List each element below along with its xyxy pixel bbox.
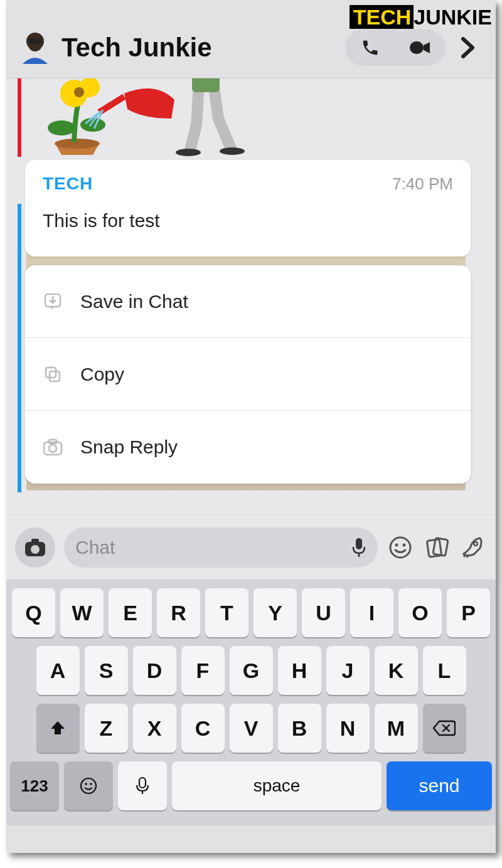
- rocket-icon: [461, 536, 485, 559]
- svg-point-20: [31, 545, 40, 554]
- svg-rect-2: [410, 41, 424, 54]
- chat-input[interactable]: Chat: [64, 527, 378, 568]
- key-g[interactable]: G: [230, 646, 273, 695]
- blue-thread-bar: [18, 204, 21, 492]
- backspace-icon: [433, 720, 456, 736]
- key-u[interactable]: U: [302, 588, 345, 637]
- mic-icon[interactable]: [351, 537, 366, 558]
- camera-button[interactable]: [15, 527, 55, 568]
- copy-icon: [40, 365, 65, 384]
- svg-rect-14: [50, 371, 60, 381]
- smiley-icon: [388, 536, 412, 559]
- key-h[interactable]: H: [278, 646, 321, 695]
- svg-point-7: [48, 120, 75, 135]
- context-menu: Save in Chat Copy Snap Reply: [25, 265, 471, 484]
- menu-item-label: Save in Chat: [80, 291, 188, 312]
- cards-button[interactable]: [423, 536, 451, 559]
- emoji-key[interactable]: [64, 761, 113, 810]
- save-in-chat-icon: [40, 292, 65, 311]
- svg-point-3: [55, 139, 100, 149]
- key-q[interactable]: Q: [12, 588, 55, 637]
- key-x[interactable]: X: [133, 704, 176, 753]
- phone-icon: [361, 38, 380, 57]
- key-l[interactable]: L: [423, 646, 466, 695]
- key-v[interactable]: V: [230, 704, 273, 753]
- shift-icon: [49, 719, 67, 737]
- menu-item-label: Copy: [80, 364, 124, 385]
- key-i[interactable]: I: [350, 588, 393, 637]
- menu-copy[interactable]: Copy: [25, 338, 471, 411]
- key-b[interactable]: B: [278, 704, 321, 753]
- svg-point-28: [474, 542, 478, 546]
- dictation-key[interactable]: [118, 761, 167, 810]
- key-c[interactable]: C: [181, 704, 225, 753]
- message-time: 7:40 PM: [392, 174, 453, 194]
- svg-rect-11: [192, 78, 220, 92]
- chevron-right-button[interactable]: [449, 29, 487, 66]
- message-sender: TECH: [43, 174, 93, 194]
- video-call-button[interactable]: [395, 29, 446, 66]
- keyboard: QWERTYUIOP ASDFGHJKL ZXCVBNM 123 space s…: [6, 580, 496, 825]
- svg-rect-1: [29, 39, 41, 44]
- svg-point-8: [80, 118, 105, 132]
- watermark-techjunkie: TECHJUNKIE: [350, 5, 492, 29]
- menu-snap-reply[interactable]: Snap Reply: [25, 411, 471, 484]
- svg-point-6: [74, 87, 84, 97]
- key-n[interactable]: N: [326, 704, 370, 753]
- chat-title: Tech Junkie: [61, 33, 345, 63]
- mic-icon: [136, 776, 149, 795]
- key-p[interactable]: P: [447, 588, 490, 637]
- key-s[interactable]: S: [85, 646, 128, 695]
- space-key[interactable]: space: [172, 761, 382, 810]
- key-e[interactable]: E: [109, 588, 152, 637]
- key-f[interactable]: F: [181, 646, 225, 695]
- key-y[interactable]: Y: [254, 588, 297, 637]
- key-j[interactable]: J: [326, 646, 370, 695]
- chat-area: TECH 7:40 PM This is for test Save in Ch…: [6, 78, 496, 514]
- key-z[interactable]: Z: [85, 704, 128, 753]
- svg-point-17: [49, 445, 56, 452]
- svg-point-24: [395, 543, 398, 546]
- rocket-button[interactable]: [459, 536, 487, 559]
- shift-key[interactable]: [36, 704, 80, 753]
- svg-rect-13: [46, 368, 56, 378]
- key-w[interactable]: W: [60, 588, 104, 637]
- svg-point-29: [81, 778, 96, 793]
- svg-rect-19: [31, 539, 39, 543]
- key-r[interactable]: R: [157, 588, 200, 637]
- svg-point-10: [220, 147, 245, 155]
- key-k[interactable]: K: [375, 646, 418, 695]
- call-buttons: [345, 29, 446, 66]
- numbers-key[interactable]: 123: [10, 761, 59, 810]
- key-a[interactable]: A: [36, 646, 80, 695]
- key-d[interactable]: D: [133, 646, 176, 695]
- menu-item-label: Snap Reply: [80, 437, 178, 458]
- svg-point-9: [176, 149, 201, 156]
- red-thread-bar: [18, 78, 21, 157]
- emoji-button[interactable]: [387, 536, 414, 559]
- message-card[interactable]: TECH 7:40 PM This is for test: [25, 160, 471, 257]
- audio-call-button[interactable]: [345, 29, 395, 66]
- menu-save-in-chat[interactable]: Save in Chat: [25, 265, 471, 338]
- svg-point-23: [390, 537, 410, 558]
- cards-icon: [424, 536, 449, 559]
- svg-point-25: [403, 543, 406, 546]
- smiley-icon: [79, 776, 98, 795]
- video-icon: [410, 40, 431, 55]
- key-t[interactable]: T: [205, 588, 248, 637]
- key-o[interactable]: O: [398, 588, 442, 637]
- key-m[interactable]: M: [375, 704, 418, 753]
- avatar[interactable]: [15, 28, 55, 68]
- snap-reply-icon: [40, 438, 65, 456]
- chat-placeholder: Chat: [75, 537, 115, 558]
- svg-point-30: [85, 783, 87, 785]
- chevron-right-icon: [461, 37, 475, 58]
- camera-icon: [24, 538, 46, 557]
- svg-rect-32: [139, 778, 146, 788]
- message-text: This is for test: [43, 210, 453, 231]
- backspace-key[interactable]: [423, 704, 466, 753]
- bitmoji-sticker: [30, 78, 269, 156]
- send-key[interactable]: send: [387, 761, 492, 810]
- chat-input-bar: Chat: [6, 514, 496, 580]
- svg-rect-21: [356, 538, 362, 549]
